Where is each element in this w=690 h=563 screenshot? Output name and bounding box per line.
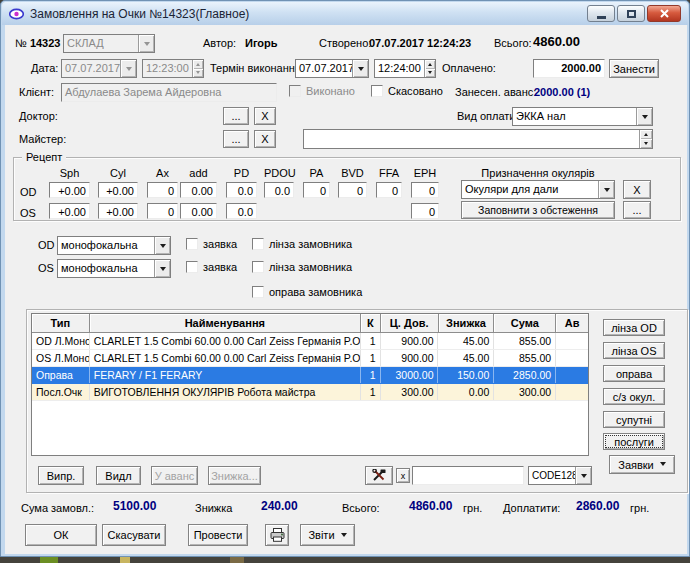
triangle-up-icon[interactable] [639, 130, 652, 139]
cancel-button[interactable]: Скасувати [102, 524, 166, 546]
deadline-time-spinner[interactable]: 12:24:00 [374, 59, 436, 78]
lens-od-button[interactable]: лінза OD [603, 319, 665, 336]
os-eph-input[interactable]: 0 [411, 203, 439, 219]
od-cyl-input[interactable]: +0.00 [98, 182, 138, 198]
related-button[interactable]: супутні [603, 411, 665, 428]
desktop-fragment [230, 557, 244, 563]
col-price[interactable]: Ц. Дов. [381, 314, 439, 333]
triangle-up-icon[interactable] [192, 60, 203, 69]
stock-combo[interactable]: СКЛАД [63, 34, 155, 53]
payment-type-combo[interactable]: ЭККА нал [512, 107, 653, 126]
od-ffa-input[interactable]: 0 [376, 182, 402, 198]
cell-sum: 855.00 [494, 333, 556, 349]
time-spinner[interactable]: 12:23:00 [142, 59, 204, 78]
col-name[interactable]: Найменування [90, 314, 361, 333]
frame-button[interactable]: оправа [603, 365, 665, 382]
paid-input[interactable]: 2000.00 [533, 59, 605, 78]
sunglasses-button[interactable]: с/з окул. [603, 388, 665, 405]
minimize-button[interactable] [587, 5, 615, 22]
master-browse-button[interactable]: ... [223, 130, 249, 148]
barcode-type-combo[interactable]: CODE128 [528, 466, 592, 485]
total-label: Всього: [494, 37, 532, 50]
col-discount[interactable]: Знижка [439, 314, 495, 333]
enter-payment-button[interactable]: Занести [609, 59, 659, 78]
grand-total-label: Всього: [342, 502, 380, 515]
reports-button-label: Звіти [308, 529, 334, 541]
exam-more-button[interactable]: ... [623, 201, 651, 219]
fix-button[interactable]: Випр. [38, 466, 84, 485]
purpose-clear-button[interactable]: X [623, 180, 651, 199]
services-button[interactable]: послуги [603, 433, 665, 450]
discount-button[interactable]: Знижка... [208, 466, 261, 485]
ok-button[interactable]: ОК [25, 524, 97, 546]
os-customer-lens-checkbox[interactable]: лінза замовника [252, 261, 352, 273]
od-request-checkbox[interactable]: заявка [186, 238, 237, 250]
client-input[interactable]: Абдулаева Зарема Айдеровна [61, 83, 277, 102]
triangle-down-icon[interactable] [424, 69, 435, 78]
od-ax-input[interactable]: 0 [147, 182, 178, 198]
customer-frame-checkbox[interactable]: оправа замовника [252, 286, 362, 298]
comment-input[interactable] [303, 129, 653, 149]
table-row-selected[interactable]: Оправа FERARY / F1 FERARY 1 3000.00 150.… [32, 367, 588, 384]
to-advance-button[interactable]: У аванс [151, 466, 198, 485]
cell-price: 3000.00 [381, 367, 439, 383]
os-sph-input[interactable]: +0.00 [49, 203, 90, 219]
lens-os-combo[interactable]: монофокальна [57, 259, 171, 278]
os-add-input[interactable]: 0.00 [180, 203, 217, 219]
od-pd-input[interactable]: 0.0 [226, 182, 257, 198]
cancelled-checkbox[interactable]: Скасовано [371, 85, 443, 97]
os-request-checkbox[interactable]: заявка [186, 261, 237, 273]
lens-os-button[interactable]: лінза OS [603, 342, 665, 359]
barcode-clear-button[interactable]: x [396, 468, 410, 483]
od-pa-input[interactable]: 0 [303, 182, 330, 198]
delete-button[interactable]: Видл [96, 466, 141, 485]
checkbox-box [371, 85, 383, 97]
items-table[interactable]: Тип Найменування К Ц. Дов. Знижка Сума А… [31, 313, 589, 456]
date-combo[interactable]: 07.07.2017 [61, 59, 137, 78]
col-qty[interactable]: К [361, 314, 381, 333]
col-av[interactable]: Ав [556, 314, 588, 333]
triangle-up-icon[interactable] [424, 60, 435, 69]
post-button[interactable]: Провести [188, 524, 248, 546]
os-cyl-input[interactable]: +0.00 [98, 203, 138, 219]
doctor-clear-button[interactable]: X [254, 107, 276, 125]
od-bvd-input[interactable]: 0 [338, 182, 367, 198]
os-request-label: заявка [203, 261, 237, 273]
triangle-down-icon[interactable] [192, 69, 203, 78]
doctor-browse-button[interactable]: ... [223, 107, 249, 125]
deadline-date-combo[interactable]: 07.07.2017 [295, 59, 369, 78]
od-customer-lens-checkbox[interactable]: лінза замовника [252, 238, 352, 250]
print-button[interactable] [265, 524, 289, 546]
desktop-fragment [40, 557, 58, 563]
advance-value: 2000.00 (1) [534, 86, 590, 99]
reports-button[interactable]: Звіти [300, 524, 355, 546]
od-eph-input[interactable]: 0 [411, 182, 439, 198]
od-pdou-input[interactable]: 0.0 [264, 182, 294, 198]
purpose-combo[interactable]: Окуляри для дали [461, 180, 615, 199]
hammer-wrench-icon [372, 469, 386, 482]
os-pd-input[interactable]: 0.0 [226, 203, 257, 219]
od-request-label: заявка [203, 238, 237, 250]
barcode-input[interactable] [412, 466, 524, 485]
fill-from-exam-button[interactable]: Заповнити з обстеження [461, 201, 615, 219]
od-add-input[interactable]: 0.00 [180, 182, 217, 198]
created-label: Створено: [319, 37, 371, 50]
os-ax-input[interactable]: 0 [147, 203, 178, 219]
table-row[interactable]: OS Л.Моно CLARLET 1.5 Combi 60.00 0.00 C… [32, 350, 588, 367]
chevron-down-icon [120, 60, 136, 77]
table-row[interactable]: Посл.Очк ВИГОТОВЛЕННЯ ОКУЛЯРІВ Робота ма… [32, 384, 588, 401]
requests-button[interactable]: Заявки [609, 455, 675, 474]
title-bar[interactable]: Замовлення на Очки №14323(Главное) [2, 2, 688, 25]
triangle-down-icon[interactable] [639, 139, 652, 148]
table-row[interactable]: OD Л.Моно CLARLET 1.5 Combi 60.00 0.00 C… [32, 333, 588, 350]
col-type[interactable]: Тип [32, 314, 90, 333]
done-checkbox[interactable]: Виконано [289, 85, 355, 97]
tools-button[interactable] [365, 466, 393, 485]
col-sum[interactable]: Сума [494, 314, 556, 333]
chevron-down-icon [352, 60, 368, 77]
master-clear-button[interactable]: X [254, 130, 276, 148]
maximize-button[interactable] [617, 5, 645, 22]
od-sph-input[interactable]: +0.00 [49, 182, 90, 198]
close-button[interactable] [647, 5, 681, 22]
lens-od-combo[interactable]: монофокальна [57, 236, 171, 255]
